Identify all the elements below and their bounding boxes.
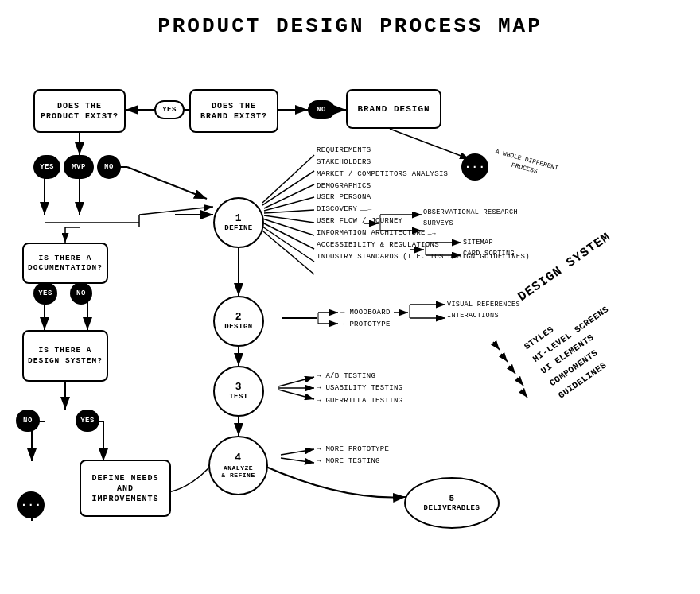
svg-line-65 [509, 366, 515, 374]
svg-line-27 [264, 210, 314, 213]
svg-line-64 [501, 354, 508, 362]
infoarch-item-1: SITEMAP [463, 237, 515, 248]
analyze-item-1: → MORE PROTOTYPE [317, 444, 389, 456]
svg-line-32 [259, 227, 314, 274]
design-system-title: DESIGN SYSTEM [515, 230, 613, 305]
test-item-1: → A/B TESTING [317, 371, 402, 382]
analyze-items-list: → MORE PROTOTYPE → MORE TESTING [317, 444, 389, 468]
svg-line-60 [281, 458, 314, 463]
step2-design-circle: 2 DESIGN [213, 296, 264, 347]
no-brand-node: NO [308, 100, 335, 119]
yes-product-node: YES [33, 155, 60, 179]
is-documentation-box: Is There A Documentation? [22, 243, 108, 284]
svg-line-30 [261, 222, 314, 249]
svg-line-71 [139, 207, 213, 215]
design-system-items: STYLES HI-LEVEL SCREENS UI ELEMENTS COMP… [521, 290, 638, 403]
svg-line-24 [262, 171, 314, 205]
svg-line-55 [278, 377, 314, 386]
define-item-3: MARKET / COMPETITORS ANALYSIS [317, 169, 530, 181]
yes-doc-node: YES [33, 282, 57, 305]
define-item-2: STAKEHOLDERS [317, 157, 530, 169]
svg-line-66 [517, 378, 523, 386]
infoarch-subitems: SITEMAP CARD SORTING [463, 237, 515, 260]
svg-line-11 [127, 167, 207, 199]
diagram: Product Design Process Map [0, 0, 700, 594]
analyze-item-2: → MORE TESTING [317, 456, 389, 468]
step4-analyze-circle: 4 ANALYZE & REFINE [208, 436, 268, 495]
design-item-prototype: → PROTOTYPE [340, 319, 391, 331]
define-item-4: DEMOGRAPHICS [317, 181, 530, 192]
mvp-node: MVP [64, 155, 94, 179]
brand-design-box: Brand Design [346, 89, 441, 129]
step1-define-circle: 1 DEFINE [213, 197, 264, 248]
test-item-2: → USABILITY TESTING [317, 382, 402, 394]
does-brand-exist-box: Does The Brand Exist? [189, 89, 278, 133]
design-item-moodboard: → MOODBOARD [340, 307, 391, 319]
test-items-list: → A/B TESTING → USABILITY TESTING → GUER… [317, 371, 402, 407]
no-doc-node: NO [70, 282, 92, 305]
svg-line-59 [281, 449, 314, 455]
dots-ds-node: ··· [18, 491, 45, 518]
is-design-system-box: Is There A Design System? [22, 330, 108, 382]
infoarch-item-2: CARD SORTING [463, 248, 515, 259]
svg-line-31 [260, 225, 314, 262]
svg-line-67 [521, 390, 527, 398]
moodboard-item-1: VISUAL REFERENCES [447, 299, 520, 310]
moodboard-item-2: INTERACTIONS [447, 310, 520, 321]
discovery-subitems: OBSERVATIONAL RESEARCH SURVEYS [423, 207, 518, 230]
svg-line-25 [264, 184, 314, 208]
does-product-exist-box: Does The Product Exist? [33, 89, 126, 133]
test-item-3: → GUERRILLA TESTING [317, 395, 402, 407]
discovery-item-2: SURVEYS [423, 218, 518, 229]
svg-line-23 [262, 155, 314, 203]
define-item-5: USER PERSONA [317, 192, 530, 204]
define-item-1: REQUIREMENTS [317, 145, 530, 157]
svg-line-26 [264, 197, 314, 211]
step3-test-circle: 3 TEST [213, 366, 264, 417]
define-needs-box: Define Needs And Improvements [80, 460, 171, 517]
yes-arrow-node: YES [154, 100, 185, 119]
design-items-list: → MOODBOARD → PROTOTYPE [340, 307, 391, 332]
moodboard-subitems: VISUAL REFERENCES INTERACTIONS [447, 299, 520, 322]
svg-line-29 [262, 219, 314, 235]
svg-line-57 [278, 390, 314, 399]
svg-line-63 [493, 342, 500, 350]
yes-ds-node: YES [76, 410, 99, 432]
svg-line-28 [264, 215, 314, 223]
step5-deliverables-oval: 5 DELIVERABLES [404, 477, 500, 529]
page-title: Product Design Process Map [0, 0, 700, 38]
no-product-node: NO [97, 155, 121, 179]
discovery-item-1: OBSERVATIONAL RESEARCH [423, 207, 518, 218]
no-ds-node: NO [16, 410, 40, 432]
